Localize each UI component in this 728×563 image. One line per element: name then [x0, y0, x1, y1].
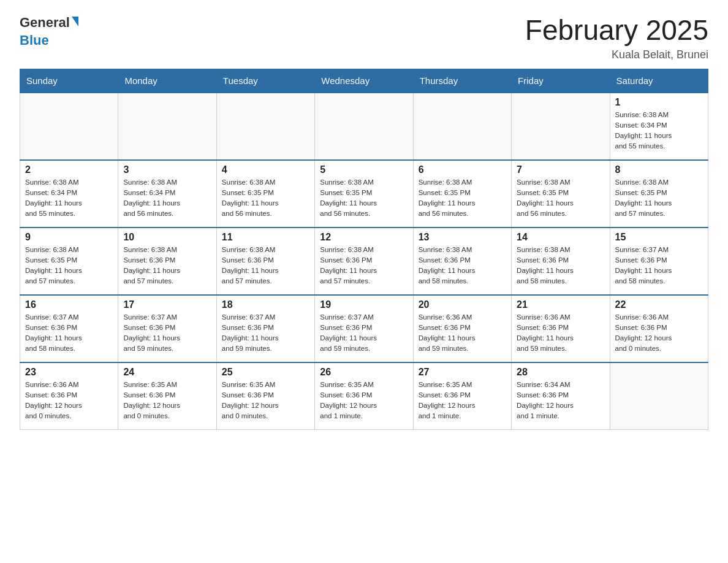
day-number: 16 [25, 299, 113, 310]
table-row [413, 93, 511, 160]
table-row: 12Sunrise: 6:38 AM Sunset: 6:36 PM Dayli… [315, 228, 413, 295]
table-row: 19Sunrise: 6:37 AM Sunset: 6:36 PM Dayli… [315, 295, 413, 362]
day-number: 21 [517, 299, 604, 310]
table-row: 28Sunrise: 6:34 AM Sunset: 6:36 PM Dayli… [512, 362, 610, 430]
day-info: Sunrise: 6:34 AM Sunset: 6:36 PM Dayligh… [517, 380, 604, 422]
table-row: 8Sunrise: 6:38 AM Sunset: 6:35 PM Daylig… [610, 160, 708, 228]
logo-general: General [20, 15, 70, 30]
table-row: 10Sunrise: 6:38 AM Sunset: 6:36 PM Dayli… [118, 228, 216, 295]
month-title: February 2025 [525, 15, 708, 46]
day-info: Sunrise: 6:38 AM Sunset: 6:36 PM Dayligh… [419, 245, 506, 287]
day-info: Sunrise: 6:38 AM Sunset: 6:34 PM Dayligh… [25, 177, 113, 220]
col-tuesday: Tuesday [216, 69, 314, 93]
day-number: 22 [615, 299, 703, 310]
day-info: Sunrise: 6:37 AM Sunset: 6:36 PM Dayligh… [320, 312, 408, 354]
day-info: Sunrise: 6:36 AM Sunset: 6:36 PM Dayligh… [25, 380, 113, 422]
calendar-week-row: 1Sunrise: 6:38 AM Sunset: 6:34 PM Daylig… [20, 93, 708, 160]
day-info: Sunrise: 6:38 AM Sunset: 6:35 PM Dayligh… [419, 177, 506, 220]
day-info: Sunrise: 6:35 AM Sunset: 6:36 PM Dayligh… [320, 380, 408, 422]
col-monday: Monday [118, 69, 216, 93]
table-row: 14Sunrise: 6:38 AM Sunset: 6:36 PM Dayli… [512, 228, 610, 295]
calendar-week-row: 16Sunrise: 6:37 AM Sunset: 6:36 PM Dayli… [20, 295, 708, 362]
day-number: 4 [222, 164, 309, 175]
day-info: Sunrise: 6:38 AM Sunset: 6:36 PM Dayligh… [123, 245, 211, 287]
day-number: 9 [25, 232, 113, 243]
day-info: Sunrise: 6:38 AM Sunset: 6:36 PM Dayligh… [517, 245, 604, 287]
day-number: 11 [222, 232, 309, 243]
day-number: 18 [222, 299, 309, 310]
calendar-header-row: Sunday Monday Tuesday Wednesday Thursday… [20, 69, 708, 93]
table-row: 2Sunrise: 6:38 AM Sunset: 6:34 PM Daylig… [20, 160, 118, 228]
day-info: Sunrise: 6:35 AM Sunset: 6:36 PM Dayligh… [222, 380, 309, 422]
location: Kuala Belait, Brunei [525, 48, 708, 61]
table-row: 27Sunrise: 6:35 AM Sunset: 6:36 PM Dayli… [413, 362, 511, 430]
day-number: 28 [517, 367, 604, 378]
logo-text: General Blue [20, 15, 78, 48]
day-number: 25 [222, 367, 309, 378]
day-number: 14 [517, 232, 604, 243]
table-row: 20Sunrise: 6:36 AM Sunset: 6:36 PM Dayli… [413, 295, 511, 362]
table-row: 3Sunrise: 6:38 AM Sunset: 6:34 PM Daylig… [118, 160, 216, 228]
logo-blue: Blue [20, 33, 49, 48]
day-info: Sunrise: 6:38 AM Sunset: 6:36 PM Dayligh… [222, 245, 309, 287]
day-number: 8 [615, 164, 703, 175]
day-info: Sunrise: 6:36 AM Sunset: 6:36 PM Dayligh… [615, 312, 703, 354]
day-number: 13 [419, 232, 506, 243]
table-row: 17Sunrise: 6:37 AM Sunset: 6:36 PM Dayli… [118, 295, 216, 362]
day-number: 1 [615, 97, 703, 108]
day-info: Sunrise: 6:36 AM Sunset: 6:36 PM Dayligh… [419, 312, 506, 354]
day-number: 17 [123, 299, 211, 310]
day-info: Sunrise: 6:37 AM Sunset: 6:36 PM Dayligh… [222, 312, 309, 354]
table-row [118, 93, 216, 160]
table-row: 26Sunrise: 6:35 AM Sunset: 6:36 PM Dayli… [315, 362, 413, 430]
table-row [512, 93, 610, 160]
day-number: 24 [123, 367, 211, 378]
table-row: 1Sunrise: 6:38 AM Sunset: 6:34 PM Daylig… [610, 93, 708, 160]
col-saturday: Saturday [610, 69, 708, 93]
page-header: General Blue February 2025 Kuala Belait,… [20, 15, 708, 61]
calendar-week-row: 23Sunrise: 6:36 AM Sunset: 6:36 PM Dayli… [20, 362, 708, 430]
day-info: Sunrise: 6:35 AM Sunset: 6:36 PM Dayligh… [123, 380, 211, 422]
day-info: Sunrise: 6:38 AM Sunset: 6:34 PM Dayligh… [615, 110, 703, 152]
table-row: 25Sunrise: 6:35 AM Sunset: 6:36 PM Dayli… [216, 362, 314, 430]
table-row: 22Sunrise: 6:36 AM Sunset: 6:36 PM Dayli… [610, 295, 708, 362]
day-info: Sunrise: 6:38 AM Sunset: 6:35 PM Dayligh… [615, 177, 703, 220]
col-sunday: Sunday [20, 69, 118, 93]
day-info: Sunrise: 6:38 AM Sunset: 6:35 PM Dayligh… [25, 245, 113, 287]
title-section: February 2025 Kuala Belait, Brunei [525, 15, 708, 61]
table-row: 23Sunrise: 6:36 AM Sunset: 6:36 PM Dayli… [20, 362, 118, 430]
calendar-week-row: 2Sunrise: 6:38 AM Sunset: 6:34 PM Daylig… [20, 160, 708, 228]
day-info: Sunrise: 6:35 AM Sunset: 6:36 PM Dayligh… [419, 380, 506, 422]
table-row: 5Sunrise: 6:38 AM Sunset: 6:35 PM Daylig… [315, 160, 413, 228]
calendar-week-row: 9Sunrise: 6:38 AM Sunset: 6:35 PM Daylig… [20, 228, 708, 295]
day-number: 23 [25, 367, 113, 378]
day-number: 2 [25, 164, 113, 175]
table-row: 15Sunrise: 6:37 AM Sunset: 6:36 PM Dayli… [610, 228, 708, 295]
table-row: 9Sunrise: 6:38 AM Sunset: 6:35 PM Daylig… [20, 228, 118, 295]
day-number: 26 [320, 367, 408, 378]
day-info: Sunrise: 6:36 AM Sunset: 6:36 PM Dayligh… [517, 312, 604, 354]
logo: General Blue [20, 15, 78, 48]
table-row: 13Sunrise: 6:38 AM Sunset: 6:36 PM Dayli… [413, 228, 511, 295]
col-thursday: Thursday [413, 69, 511, 93]
calendar-table: Sunday Monday Tuesday Wednesday Thursday… [20, 69, 708, 431]
table-row [216, 93, 314, 160]
day-number: 12 [320, 232, 408, 243]
day-info: Sunrise: 6:38 AM Sunset: 6:35 PM Dayligh… [517, 177, 604, 220]
table-row [610, 362, 708, 430]
table-row: 24Sunrise: 6:35 AM Sunset: 6:36 PM Dayli… [118, 362, 216, 430]
day-number: 7 [517, 164, 604, 175]
table-row [20, 93, 118, 160]
table-row: 18Sunrise: 6:37 AM Sunset: 6:36 PM Dayli… [216, 295, 314, 362]
col-friday: Friday [512, 69, 610, 93]
table-row: 11Sunrise: 6:38 AM Sunset: 6:36 PM Dayli… [216, 228, 314, 295]
table-row [315, 93, 413, 160]
table-row: 6Sunrise: 6:38 AM Sunset: 6:35 PM Daylig… [413, 160, 511, 228]
day-info: Sunrise: 6:37 AM Sunset: 6:36 PM Dayligh… [123, 312, 211, 354]
day-info: Sunrise: 6:37 AM Sunset: 6:36 PM Dayligh… [25, 312, 113, 354]
day-number: 19 [320, 299, 408, 310]
table-row: 4Sunrise: 6:38 AM Sunset: 6:35 PM Daylig… [216, 160, 314, 228]
day-number: 15 [615, 232, 703, 243]
day-number: 20 [419, 299, 506, 310]
day-info: Sunrise: 6:38 AM Sunset: 6:36 PM Dayligh… [320, 245, 408, 287]
